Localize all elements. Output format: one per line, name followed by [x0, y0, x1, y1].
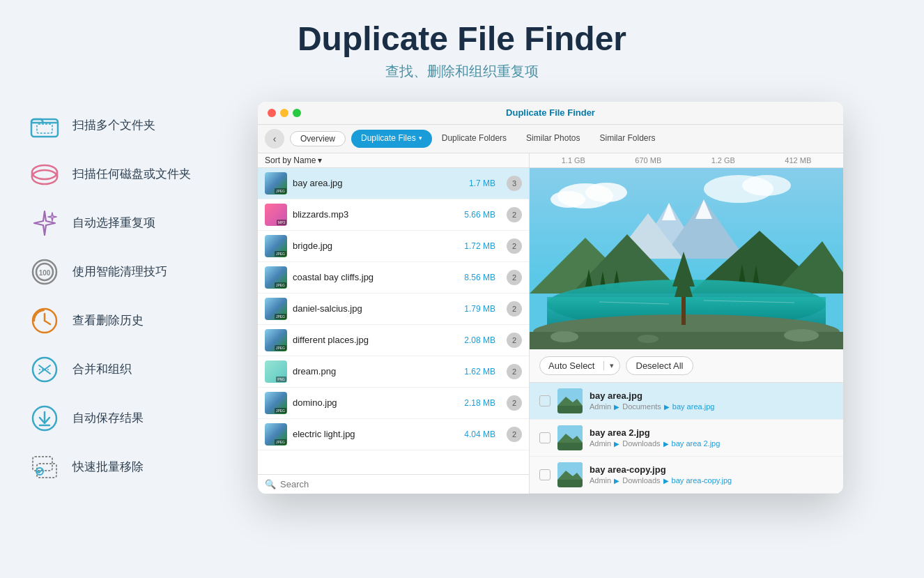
search-bar: 🔍 [258, 474, 529, 494]
dup-path: Admin ▶ Documents ▶ bay area.jpg [590, 402, 833, 411]
tab-duplicate-folders[interactable]: Duplicate Folders [432, 130, 516, 148]
disk-icon [28, 158, 61, 191]
clock-icon [28, 304, 61, 337]
file-count: 2 [507, 333, 522, 348]
feature-batch: 快速批量移除 [28, 450, 237, 484]
duplicate-row[interactable]: bay area.jpg Admin ▶ Documents ▶ bay are… [530, 383, 843, 420]
search-icon: 🔍 [265, 479, 276, 489]
file-size: 5.66 MB [464, 210, 495, 220]
col-size-1: 1.1 GB [562, 156, 585, 165]
search-input[interactable] [280, 479, 522, 489]
file-list-pane: JPEG bay area.jpg 1.7 MB 3 MP3 blizzards… [258, 168, 530, 494]
file-count: 3 [507, 176, 522, 191]
dup-thumb [557, 388, 583, 413]
title-bar: Duplicate File Finder [258, 102, 843, 125]
svg-point-50 [638, 335, 659, 343]
dup-thumb [557, 462, 583, 487]
file-size: 1.79 MB [464, 304, 495, 314]
svg-point-48 [550, 331, 578, 342]
page-title: Duplicate File Finder [298, 21, 626, 58]
feature-smart-clean: 100 使用智能清理技巧 [28, 255, 237, 289]
merge-icon [28, 353, 61, 386]
file-count: 2 [507, 364, 522, 379]
feature-auto-select: 自动选择重复项 [28, 206, 237, 240]
auto-select-arrow-icon[interactable]: ▾ [603, 361, 619, 370]
tab-similar-folders[interactable]: Similar Folders [590, 130, 665, 148]
col-size-3: 1.2 GB [711, 156, 735, 165]
file-name: daniel-salcius.jpg [293, 303, 459, 314]
file-name: coastal bay cliffs.jpg [293, 272, 459, 282]
file-size: 1.62 MB [464, 367, 495, 377]
feature-label-scan-disk: 扫描任何磁盘或文件夹 [72, 166, 191, 182]
feature-label-smart-clean: 使用智能清理技巧 [72, 264, 167, 280]
app-window: Duplicate File Finder ‹ Overview Duplica… [258, 102, 843, 494]
file-row[interactable]: JPEG electric light.jpg 4.04 MB 2 [258, 419, 529, 450]
dup-filename: bay area-copy.jpg [590, 464, 833, 475]
dup-filename: bay area.jpg [590, 390, 833, 401]
file-row[interactable]: JPEG coastal bay cliffs.jpg 8.56 MB 2 [258, 262, 529, 294]
feature-auto-save: 自动保存结果 [28, 402, 237, 435]
file-count: 2 [507, 207, 522, 222]
file-name: domino.jpg [293, 397, 459, 408]
svg-rect-59 [557, 480, 583, 487]
file-row[interactable]: PNG dream.png 1.62 MB 2 [258, 356, 529, 388]
dup-info: bay area 2.jpg Admin ▶ Downloads ▶ bay a… [590, 427, 833, 448]
file-thumb-jpg: JPEG [265, 172, 287, 195]
duplicate-row[interactable]: bay area-copy.jpg Admin ▶ Downloads ▶ ba… [530, 457, 843, 494]
overview-tab[interactable]: Overview [290, 131, 346, 146]
auto-select-button[interactable]: Auto Select ▾ [539, 356, 620, 375]
file-count: 2 [507, 238, 522, 254]
file-count: 2 [507, 301, 522, 317]
file-size: 1.72 MB [464, 241, 495, 251]
file-size: 1.7 MB [469, 178, 495, 188]
file-name: dream.png [293, 366, 459, 377]
duplicate-list: bay area.jpg Admin ▶ Documents ▶ bay are… [530, 383, 843, 494]
dup-checkbox[interactable] [539, 469, 550, 480]
feature-label-auto-select: 自动选择重复项 [72, 215, 155, 231]
file-size: 2.08 MB [464, 335, 495, 345]
feature-scan-disk: 扫描任何磁盘或文件夹 [28, 158, 237, 191]
file-list: JPEG bay area.jpg 1.7 MB 3 MP3 blizzards… [258, 168, 529, 474]
tab-duplicate-files[interactable]: Duplicate Files ▾ [351, 130, 432, 148]
feature-label-batch: 快速批量移除 [72, 459, 144, 475]
duplicate-row[interactable]: bay area 2.jpg Admin ▶ Downloads ▶ bay a… [530, 420, 843, 457]
svg-point-22 [550, 191, 585, 208]
preview-pane: Auto Select ▾ Deselect All [530, 168, 843, 494]
file-row[interactable]: JPEG daniel-salcius.jpg 1.79 MB 2 [258, 294, 529, 325]
close-button[interactable] [268, 109, 276, 117]
preview-image [530, 168, 843, 349]
download-icon [28, 402, 61, 435]
minimize-button[interactable] [280, 109, 288, 117]
feature-label-auto-save: 自动保存结果 [72, 410, 144, 426]
feature-history: 查看删除历史 [28, 304, 237, 337]
deselect-all-button[interactable]: Deselect All [626, 356, 694, 375]
dup-thumb [557, 425, 583, 450]
feature-label-scan-folders: 扫描多个文件夹 [72, 117, 155, 133]
file-count: 2 [507, 395, 522, 411]
back-button[interactable]: ‹ [265, 129, 284, 149]
maximize-button[interactable] [293, 109, 301, 117]
file-row[interactable]: JPEG brigde.jpg 1.72 MB 2 [258, 231, 529, 262]
svg-rect-56 [557, 443, 583, 450]
sort-by-name[interactable]: Sort by Name ▾ [265, 155, 522, 165]
file-count: 2 [507, 427, 522, 442]
dup-filename: bay area 2.jpg [590, 427, 833, 438]
file-count: 2 [507, 270, 522, 285]
file-thumb-jpg: JPEG [265, 266, 287, 289]
auto-select-label: Auto Select [540, 360, 603, 371]
tab-similar-photos[interactable]: Similar Photos [516, 130, 590, 148]
svg-point-21 [585, 183, 627, 202]
file-row[interactable]: JPEG domino.jpg 2.18 MB 2 [258, 388, 529, 419]
file-name: electric light.jpg [293, 429, 459, 439]
file-row[interactable]: JPEG different places.jpg 2.08 MB 2 [258, 325, 529, 356]
feature-merge: 合并和组织 [28, 353, 237, 386]
file-row[interactable]: MP3 blizzards.mp3 5.66 MB 2 [258, 199, 529, 231]
file-row[interactable]: JPEG bay area.jpg 1.7 MB 3 [258, 168, 529, 199]
dup-info: bay area.jpg Admin ▶ Documents ▶ bay are… [590, 390, 833, 411]
file-thumb-jpg: JPEG [265, 392, 287, 414]
feature-scan-folders: 扫描多个文件夹 [28, 109, 237, 142]
dup-checkbox[interactable] [539, 432, 550, 443]
file-size: 2.18 MB [464, 398, 495, 408]
dup-checkbox[interactable] [539, 395, 550, 406]
traffic-lights [268, 109, 301, 117]
